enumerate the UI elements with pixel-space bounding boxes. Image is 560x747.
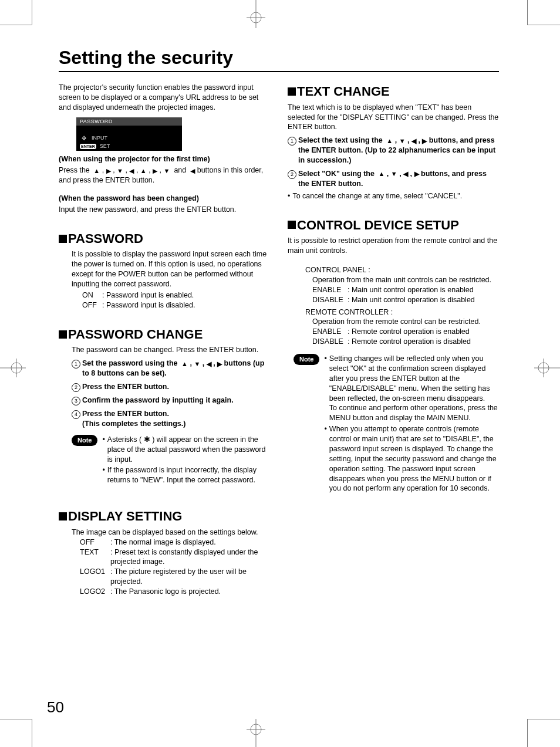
crop-mark <box>0 25 32 25</box>
arrow-right-icon: ▶ <box>414 170 419 178</box>
step-number-icon: 3 <box>72 397 80 405</box>
square-bullet-icon <box>59 330 67 339</box>
arrow-left-icon: ◀ <box>190 167 195 175</box>
step-number-icon: 4 <box>72 410 80 419</box>
arrow-left-icon: ◀ <box>411 137 416 146</box>
crop-mark <box>527 25 560 25</box>
step-number-icon: 2 <box>288 170 296 179</box>
arrow-up-icon: ▲ <box>180 360 188 369</box>
enable-key: ENABLE <box>312 285 348 295</box>
option-on-val: : Password input is enabled. <box>102 290 194 300</box>
arrow-up-icon: ▲ <box>92 167 100 175</box>
osd-password-box: PASSWORD ✥ INPUT ENTER SET <box>76 117 182 151</box>
remote-desc: Operation from the remote control can be… <box>312 317 499 327</box>
remote-disable-val: : Remote control operation is disabled <box>348 337 499 347</box>
panel-disable-val: : Main unit control operation is disable… <box>348 295 499 305</box>
page-number: 50 <box>47 698 64 716</box>
disable-key: DISABLE <box>312 295 348 305</box>
first-time-sequence: Press the ▲ , ▶ , ▼ , ◀ , ▲ , ▶ , ▼ and … <box>59 165 270 185</box>
arrow-down-icon: ▼ <box>194 360 200 369</box>
panel-enable-val: : Main unit control operation is enabled <box>348 285 499 295</box>
registration-mark-right <box>534 355 560 381</box>
section-password-change-heading: PASSWORD CHANGE <box>59 326 270 343</box>
remote-controller-label: REMOTE CONTROLLER : <box>305 307 499 317</box>
setting-logo1-key: LOGO1 <box>80 567 110 587</box>
registration-mark-left <box>0 355 26 381</box>
osd-title: PASSWORD <box>76 117 182 126</box>
setting-text-key: TEXT <box>80 547 110 567</box>
right-column: TEXT CHANGE The text which is to be disp… <box>288 83 499 597</box>
crop-mark <box>527 0 528 25</box>
arrow-down-icon: ▼ <box>164 167 170 175</box>
arrow-up-icon: ▲ <box>140 167 147 175</box>
arrow-right-icon: ▶ <box>106 167 111 175</box>
arrow-left-icon: ◀ <box>207 360 211 369</box>
option-on-key: ON <box>82 290 102 300</box>
arrow-down-icon: ▼ <box>399 137 406 146</box>
bullet-icon: • <box>288 191 290 201</box>
arrow-right-icon: ▶ <box>422 137 427 146</box>
text-change-body: The text which is to be displayed when "… <box>288 103 499 133</box>
square-bullet-icon <box>288 87 296 96</box>
bullet-icon: • <box>102 435 104 465</box>
setting-off-key: OFF <box>80 538 110 547</box>
crop-mark <box>527 719 528 747</box>
option-off-key: OFF <box>82 300 102 310</box>
crop-mark <box>0 719 32 719</box>
setting-off-val: : The normal image is displayed. <box>110 538 216 547</box>
step-2: 2 Select "OK" using the ▲ , ▼ , ◀ , ▶ bu… <box>288 169 499 189</box>
password-change-body: The password can be changed. Press the E… <box>72 345 270 355</box>
setting-logo1-val: : The picture registered by the user wil… <box>110 567 270 587</box>
square-bullet-icon <box>59 235 67 243</box>
bullet-icon: • <box>324 424 326 494</box>
osd-input-label: INPUT <box>92 134 107 141</box>
step-3: 3 Confirm the password by inputting it a… <box>72 396 270 405</box>
step-number-icon: 2 <box>72 383 80 392</box>
control-note-block: Note • Setting changes will be reflected… <box>294 354 499 495</box>
disable-key: DISABLE <box>312 337 348 347</box>
option-off-val: : Password input is disabled. <box>102 300 195 310</box>
step-4: 4 Press the ENTER button. (This complete… <box>72 409 270 429</box>
changed-heading: (When the password has been changed) <box>59 194 270 204</box>
control-panel-desc: Operation from the main unit controls ca… <box>312 275 499 285</box>
bullet-icon: • <box>102 465 104 485</box>
crop-mark <box>32 0 32 25</box>
setting-text-val: : Preset text is constantly displayed un… <box>110 547 270 567</box>
note-label: Note <box>72 435 97 446</box>
enter-key-icon: ENTER <box>80 144 96 149</box>
note-block: Note •Asterisks ( ✱ ) will appear on the… <box>72 435 270 486</box>
first-time-heading: (When using the projector for the first … <box>59 154 270 164</box>
crop-mark <box>32 719 32 747</box>
setting-logo2-key: LOGO2 <box>80 587 110 597</box>
crop-mark <box>527 719 560 719</box>
cancel-note: • To cancel the change at any time, sele… <box>288 191 499 201</box>
control-body: It is possible to restrict operation fro… <box>288 236 499 256</box>
arrow-down-icon: ▼ <box>391 170 397 178</box>
arrow-left-icon: ◀ <box>129 167 134 175</box>
arrow-down-icon: ▼ <box>117 167 123 175</box>
dpad-icon: ✥ <box>80 134 88 143</box>
arrow-up-icon: ▲ <box>376 170 384 178</box>
arrow-up-icon: ▲ <box>384 137 393 146</box>
password-body: It is possible to display the password i… <box>72 249 270 289</box>
control-panel-label: CONTROL PANEL : <box>305 265 499 275</box>
remote-enable-val: : Remote control operation is enabled <box>348 327 499 337</box>
step-2: 2 Press the ENTER button. <box>72 382 270 392</box>
section-display-setting-heading: DISPLAY SETTING <box>59 508 270 525</box>
section-password-heading: PASSWORD <box>59 230 270 248</box>
square-bullet-icon <box>288 221 296 229</box>
section-text-change-heading: TEXT CHANGE <box>288 83 499 100</box>
setting-logo2-val: : The Panasonic logo is projected. <box>110 587 221 597</box>
square-bullet-icon <box>59 512 67 520</box>
section-control-device-heading: CONTROL DEVICE SETUP <box>288 217 499 234</box>
registration-mark-bottom <box>242 719 270 747</box>
enable-key: ENABLE <box>312 327 348 337</box>
changed-body: Input the new password, and press the EN… <box>59 205 270 215</box>
arrow-right-icon: ▶ <box>217 360 222 369</box>
osd-set-label: SET <box>100 143 110 150</box>
arrow-right-icon: ▶ <box>153 167 157 175</box>
arrow-left-icon: ◀ <box>403 170 408 178</box>
page-title: Setting the security <box>59 47 499 72</box>
note-label: Note <box>294 354 319 365</box>
intro-text: The projector's security function enable… <box>59 83 270 113</box>
